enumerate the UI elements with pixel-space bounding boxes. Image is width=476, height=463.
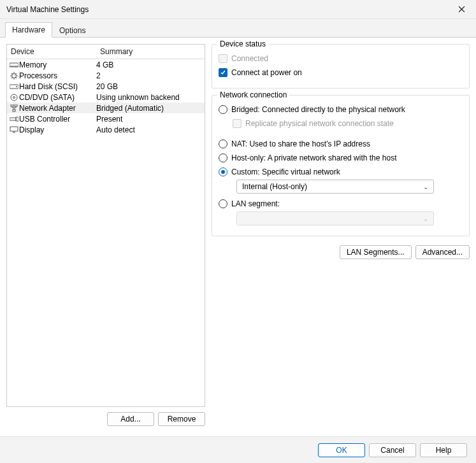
device-label: Display [19, 125, 44, 134]
device-status-legend: Device status [217, 39, 268, 48]
svg-point-4 [11, 94, 17, 101]
device-label: Memory [19, 61, 47, 69]
bridged-radio-row[interactable]: Bridged: Connected directly to the physi… [219, 103, 463, 116]
device-row-usb[interactable]: USB Controller Present [7, 113, 205, 124]
connected-label: Connected [231, 54, 268, 63]
custom-network-value: Internal (Host-only) [242, 182, 307, 191]
device-summary: Present [96, 115, 205, 124]
lan-segment-dropdown: ⌄ [236, 211, 434, 225]
device-row-memory[interactable]: Memory 4 GB [7, 59, 205, 70]
body: Device Summary Memory 4 GB Processors 2 [0, 38, 476, 432]
svg-point-3 [16, 86, 17, 87]
lan-segment-radio-row[interactable]: LAN segment: [219, 197, 463, 210]
network-connection-group: Network connection Bridged: Connected di… [212, 95, 470, 236]
device-list: Device Summary Memory 4 GB Processors 2 [6, 44, 205, 407]
svg-rect-8 [13, 110, 15, 111]
help-button[interactable]: Help [420, 443, 467, 457]
svg-rect-7 [15, 104, 17, 106]
ok-button[interactable]: OK [318, 443, 365, 457]
network-icon [9, 104, 19, 113]
left-buttons: Add... Remove [6, 412, 205, 426]
lan-segments-button[interactable]: LAN Segments... [340, 245, 412, 259]
device-summary: Using unknown backend [96, 93, 205, 102]
device-summary: 20 GB [96, 82, 205, 91]
svg-rect-10 [16, 117, 18, 121]
hostonly-radio[interactable] [219, 153, 227, 162]
replicate-checkbox-row: Replicate physical network connection st… [233, 117, 463, 130]
display-icon [9, 125, 19, 134]
memory-icon [9, 61, 19, 69]
chevron-down-icon: ⌄ [423, 183, 428, 190]
lan-segment-radio[interactable] [219, 199, 227, 208]
svg-rect-6 [11, 104, 13, 106]
device-label: Processors [19, 71, 57, 80]
custom-label: Custom: Specific virtual network [231, 167, 340, 176]
bridged-label: Bridged: Connected directly to the physi… [231, 105, 405, 114]
right-column: Device status Connected Connect at power… [212, 44, 470, 426]
device-summary: Bridged (Automatic) [96, 104, 205, 113]
tab-options[interactable]: Options [52, 23, 92, 38]
add-button[interactable]: Add... [107, 412, 154, 426]
remove-button[interactable]: Remove [158, 412, 205, 426]
network-connection-legend: Network connection [217, 90, 289, 99]
device-row-display[interactable]: Display Auto detect [7, 124, 205, 135]
lan-segment-label: LAN segment: [231, 199, 280, 208]
tabs: Hardware Options [0, 19, 476, 38]
svg-rect-11 [10, 127, 18, 131]
connect-at-poweron-checkbox[interactable] [219, 68, 227, 77]
check-icon [220, 69, 226, 76]
device-label: CD/DVD (SATA) [19, 93, 75, 102]
device-list-header: Device Summary [7, 45, 205, 59]
custom-radio[interactable] [219, 167, 227, 176]
connected-checkbox[interactable] [219, 54, 227, 63]
usb-icon [9, 115, 19, 124]
device-row-harddisk[interactable]: Hard Disk (SCSI) 20 GB [7, 81, 205, 92]
titlebar: Virtual Machine Settings [0, 0, 476, 19]
device-label: Network Adapter [19, 104, 76, 113]
device-summary: 2 [96, 71, 205, 80]
svg-point-5 [13, 96, 15, 98]
right-buttons: LAN Segments... Advanced... [212, 245, 470, 259]
footer: OK Cancel Help [0, 436, 476, 463]
cancel-button[interactable]: Cancel [369, 443, 416, 457]
device-row-processors[interactable]: Processors 2 [7, 70, 205, 81]
chevron-down-icon: ⌄ [423, 215, 428, 222]
tab-hardware[interactable]: Hardware [5, 22, 52, 38]
svg-rect-9 [10, 118, 16, 120]
replicate-label: Replicate physical network connection st… [245, 119, 394, 128]
replicate-checkbox [233, 119, 242, 128]
header-summary[interactable]: Summary [96, 45, 205, 59]
disk-icon [9, 82, 19, 91]
close-icon [458, 6, 465, 13]
bridged-radio[interactable] [219, 105, 227, 114]
device-row-network[interactable]: Network Adapter Bridged (Automatic) [7, 103, 205, 113]
connect-at-poweron-label: Connect at power on [231, 68, 302, 77]
device-row-cddvd[interactable]: CD/DVD (SATA) Using unknown backend [7, 92, 205, 103]
connected-checkbox-row[interactable]: Connected [219, 52, 463, 65]
cd-icon [9, 93, 19, 102]
nat-radio[interactable] [219, 139, 227, 148]
device-status-group: Device status Connected Connect at power… [212, 44, 470, 89]
left-column: Device Summary Memory 4 GB Processors 2 [6, 44, 205, 426]
device-label: Hard Disk (SCSI) [19, 82, 78, 91]
window-title: Virtual Machine Settings [6, 5, 89, 14]
header-device[interactable]: Device [7, 45, 96, 59]
hostonly-radio-row[interactable]: Host-only: A private network shared with… [219, 152, 463, 164]
custom-network-dropdown[interactable]: Internal (Host-only) ⌄ [236, 180, 434, 194]
close-button[interactable] [447, 0, 476, 19]
nat-radio-row[interactable]: NAT: Used to share the host's IP address [219, 138, 463, 150]
connect-at-poweron-row[interactable]: Connect at power on [219, 66, 463, 79]
device-summary: Auto detect [96, 125, 205, 134]
device-label: USB Controller [19, 115, 70, 124]
nat-label: NAT: Used to share the host's IP address [231, 139, 370, 148]
hostonly-label: Host-only: A private network shared with… [231, 153, 396, 162]
advanced-button[interactable]: Advanced... [415, 245, 470, 259]
device-summary: 4 GB [96, 61, 205, 69]
cpu-icon [9, 71, 19, 80]
svg-rect-0 [10, 63, 18, 66]
custom-radio-row[interactable]: Custom: Specific virtual network [219, 166, 463, 178]
